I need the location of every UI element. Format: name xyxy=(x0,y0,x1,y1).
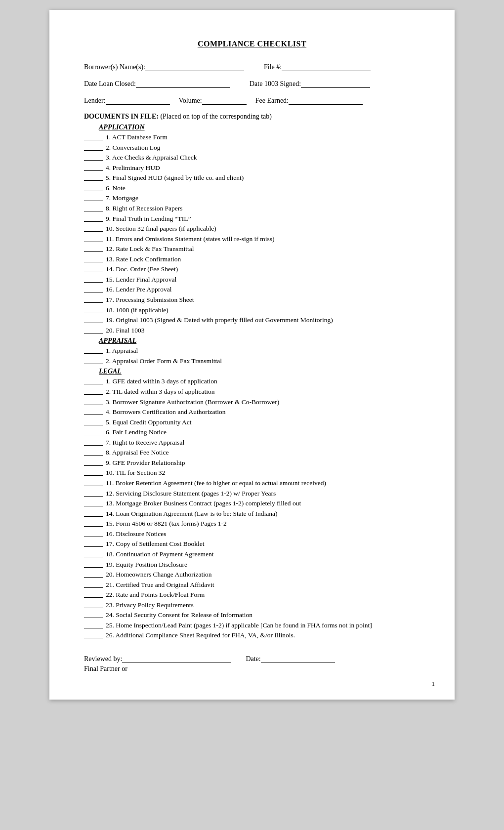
check-line[interactable] xyxy=(84,510,103,517)
check-line[interactable] xyxy=(84,225,103,232)
volume-field[interactable] xyxy=(202,96,247,105)
check-line[interactable] xyxy=(84,428,103,435)
check-line[interactable] xyxy=(84,357,103,364)
borrower-field[interactable] xyxy=(145,62,244,71)
check-line[interactable] xyxy=(84,286,103,292)
item-text: 14. Loan Origination Agreement (Law is t… xyxy=(106,509,420,519)
check-line[interactable] xyxy=(84,144,103,151)
check-line[interactable] xyxy=(84,499,103,506)
check-line[interactable] xyxy=(84,235,103,242)
item-text: 5. Equal Credit Opportunity Act xyxy=(106,417,420,427)
check-line[interactable] xyxy=(84,276,103,283)
check-line[interactable] xyxy=(84,561,103,568)
footer-date-field[interactable] xyxy=(261,654,335,663)
item-text: 9. Final Truth in Lending “TIL” xyxy=(106,214,420,224)
check-line[interactable] xyxy=(84,245,103,252)
check-line[interactable] xyxy=(84,215,103,222)
list-item: 1. Appraisal xyxy=(84,346,420,356)
page: COMPLIANCE CHECKLIST Borrower(s) Name(s)… xyxy=(49,10,455,700)
check-line[interactable] xyxy=(84,439,103,446)
item-text: 23. Privacy Policy Requirements xyxy=(106,600,420,610)
check-line[interactable] xyxy=(84,265,103,272)
item-text: 2. TIL dated within 3 days of applicatio… xyxy=(106,387,420,397)
item-text: 13. Rate Lock Confirmation xyxy=(106,254,420,264)
check-line[interactable] xyxy=(84,133,103,140)
check-line[interactable] xyxy=(84,327,103,333)
check-line[interactable] xyxy=(84,306,103,313)
check-line[interactable] xyxy=(84,408,103,415)
check-line[interactable] xyxy=(84,611,103,618)
list-item: 14. Loan Origination Agreement (Law is t… xyxy=(84,509,420,519)
list-item: 1. GFE dated within 3 days of applicatio… xyxy=(84,376,420,386)
check-line[interactable] xyxy=(84,388,103,395)
reviewed-field[interactable] xyxy=(122,654,231,663)
item-text: 9. GFE Provider Relationship xyxy=(106,458,420,468)
check-line[interactable] xyxy=(84,581,103,588)
list-item: 20. Final 1003 xyxy=(84,326,420,335)
list-item: 16. Disclosure Notices xyxy=(84,529,420,539)
item-text: 18. Continuation of Payment Agreement xyxy=(106,549,420,559)
check-line[interactable] xyxy=(84,164,103,171)
check-line[interactable] xyxy=(84,601,103,608)
list-item: 19. Equity Position Disclosure xyxy=(84,560,420,570)
borrower-label: Borrower(s) Name(s): xyxy=(84,63,145,71)
fee-field[interactable] xyxy=(289,96,363,105)
list-item: 14. Doc. Order (Fee Sheet) xyxy=(84,264,420,274)
check-line[interactable] xyxy=(84,591,103,598)
list-item: 10. TIL for Section 32 xyxy=(84,468,420,478)
item-text: 12. Servicing Disclosure Statement (page… xyxy=(106,489,420,498)
item-text: 17. Copy of Settlement Cost Booklet xyxy=(106,539,420,549)
check-line[interactable] xyxy=(84,479,103,486)
check-line[interactable] xyxy=(84,520,103,527)
check-line[interactable] xyxy=(84,194,103,201)
date-1003-label: Date 1003 Signed: xyxy=(250,80,301,88)
lender-label: Lender: xyxy=(84,97,106,105)
check-line[interactable] xyxy=(84,377,103,384)
footer: Reviewed by: Date: Final Partner or xyxy=(84,654,420,673)
item-text: 17. Processing Submission Sheet xyxy=(106,295,420,305)
item-text: 13. Mortgage Broker Business Contract (p… xyxy=(106,498,420,508)
check-line[interactable] xyxy=(84,631,103,638)
list-item: 11. Broker Retention Agreement (fee to h… xyxy=(84,478,420,488)
item-text: 6. Fair Lending Notice xyxy=(106,427,420,437)
reviewed-row: Reviewed by: Date: xyxy=(84,654,420,663)
check-line[interactable] xyxy=(84,184,103,191)
file-label: File #: xyxy=(264,63,282,71)
item-text: 16. Disclosure Notices xyxy=(106,529,420,539)
list-item: 16. Lender Pre Approval xyxy=(84,285,420,294)
list-item: 18. Continuation of Payment Agreement xyxy=(84,549,420,559)
check-line[interactable] xyxy=(84,469,103,476)
check-line[interactable] xyxy=(84,550,103,557)
list-item: 13. Mortgage Broker Business Contract (p… xyxy=(84,498,420,508)
section-heading: APPLICATION xyxy=(99,124,420,131)
check-line[interactable] xyxy=(84,622,103,628)
check-line[interactable] xyxy=(84,316,103,323)
date-loan-field[interactable] xyxy=(136,79,230,88)
check-line[interactable] xyxy=(84,398,103,405)
check-line[interactable] xyxy=(84,296,103,303)
check-line[interactable] xyxy=(84,540,103,547)
item-text: 18. 1008 (if applicable) xyxy=(106,305,420,315)
dates-row: Date Loan Closed: Date 1003 Signed: xyxy=(84,79,420,88)
check-line[interactable] xyxy=(84,255,103,262)
check-line[interactable] xyxy=(84,571,103,578)
lender-field[interactable] xyxy=(106,96,170,105)
check-line[interactable] xyxy=(84,449,103,456)
item-text: 1. Appraisal xyxy=(106,346,420,356)
check-line[interactable] xyxy=(84,418,103,425)
check-line[interactable] xyxy=(84,205,103,211)
check-line[interactable] xyxy=(84,154,103,161)
item-text: 19. Original 1003 (Signed & Dated with p… xyxy=(106,315,420,325)
list-item: 17. Processing Submission Sheet xyxy=(84,295,420,305)
item-text: 1. GFE dated within 3 days of applicatio… xyxy=(106,376,420,386)
date-1003-field[interactable] xyxy=(301,79,370,88)
file-field[interactable] xyxy=(282,62,371,71)
list-item: 9. Final Truth in Lending “TIL” xyxy=(84,214,420,224)
check-line[interactable] xyxy=(84,347,103,354)
check-line[interactable] xyxy=(84,530,103,537)
page-title: COMPLIANCE CHECKLIST xyxy=(84,40,420,48)
check-line[interactable] xyxy=(84,459,103,466)
check-line[interactable] xyxy=(84,490,103,497)
final-partner-row: Final Partner or xyxy=(84,665,420,673)
check-line[interactable] xyxy=(84,174,103,181)
